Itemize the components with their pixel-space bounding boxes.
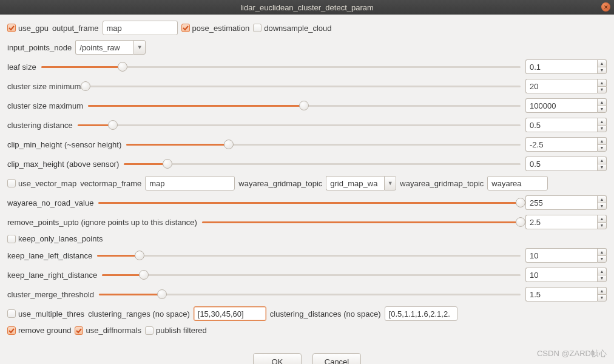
slider3-1-label: keep_lane_right_distance [7, 271, 97, 280]
slider1-2-label: cluster size maximum [7, 101, 83, 110]
slider1-2-value[interactable] [525, 98, 597, 113]
cancel-button[interactable]: Cancel [312, 353, 361, 364]
downsample-cloud-checkbox[interactable]: downsample_cloud [253, 24, 331, 33]
caret-down-icon[interactable]: ▼ [597, 144, 607, 152]
slider1-5-value[interactable] [525, 157, 597, 171]
wayarea-gridmap-topic-input[interactable] [326, 176, 384, 190]
slider1-3-value[interactable] [525, 118, 597, 132]
slider1-5-spin[interactable]: ▲▼ [525, 157, 607, 171]
keep-only-lanes-label: keep_only_lanes_points [18, 234, 103, 243]
slider2-1-spin[interactable]: ▲▼ [525, 215, 607, 229]
clustering-ranges-label: clustering_ranges (no space) [88, 309, 190, 318]
slider3-2-label: cluster_merge_threshold [7, 290, 94, 299]
slider1-2-spin[interactable]: ▲▼ [525, 98, 607, 113]
clustering-distances-input[interactable] [385, 306, 457, 321]
use-gpu-checkbox[interactable]: use_gpu [7, 24, 49, 33]
watermark: CSDN @ZARD帧心 [537, 348, 607, 359]
caret-up-icon[interactable]: ▲ [597, 118, 607, 125]
caret-down-icon[interactable]: ▼ [597, 294, 607, 302]
caret-up-icon[interactable]: ▲ [597, 157, 607, 164]
slider3-0-value[interactable] [525, 248, 597, 263]
caret-up-icon[interactable]: ▲ [597, 79, 607, 86]
vectormap-frame-input[interactable] [145, 176, 235, 190]
slider2-1-slider[interactable] [202, 217, 521, 227]
slider1-5-slider[interactable] [124, 159, 521, 169]
slider2-0-value[interactable] [525, 195, 597, 210]
slider3-0-slider[interactable] [97, 251, 521, 260]
caret-down-icon[interactable]: ▼ [597, 164, 607, 172]
input-points-combo[interactable]: ▼ [75, 40, 146, 55]
wayarea-gridmap-topic-combo[interactable]: ▼ [326, 176, 396, 190]
caret-down-icon[interactable]: ▼ [597, 125, 607, 133]
ok-button[interactable]: OK [253, 353, 302, 364]
use-gpu-label: use_gpu [18, 24, 49, 33]
remove-ground-checkbox[interactable]: remove ground [7, 326, 71, 335]
slider3-1-value[interactable] [525, 268, 597, 282]
slider2-0-label: wayarea_no_road_value [7, 198, 93, 207]
caret-up-icon[interactable]: ▲ [597, 215, 607, 222]
clustering-ranges-input[interactable] [194, 306, 266, 321]
slider1-0-label: leaf size [7, 62, 36, 72]
slider3-2-slider[interactable] [99, 289, 521, 299]
output-frame-input[interactable] [103, 21, 178, 35]
slider3-2-spin[interactable]: ▲▼ [525, 287, 607, 302]
caret-down-icon[interactable]: ▼ [597, 86, 607, 94]
slider1-1-spin[interactable]: ▲▼ [525, 79, 607, 93]
caret-up-icon[interactable]: ▲ [597, 287, 607, 294]
use-multiple-thres-label: use_multiple_thres [18, 309, 84, 318]
input-points-input[interactable] [75, 40, 133, 55]
slider1-4-slider[interactable] [126, 140, 521, 149]
slider3-1-spin[interactable]: ▲▼ [525, 268, 607, 282]
slider3-0-label: keep_lane_left_distance [7, 251, 92, 260]
caret-down-icon[interactable]: ▼ [597, 67, 607, 75]
slider1-0-spin[interactable]: ▲▼ [525, 59, 607, 74]
slider1-4-value[interactable] [525, 137, 597, 152]
caret-down-icon[interactable]: ▼ [597, 275, 607, 283]
slider2-0-slider[interactable] [98, 198, 521, 207]
pose-estimation-label: pose_estimation [192, 24, 250, 33]
slider1-1-slider[interactable] [86, 81, 521, 91]
slider1-4-spin[interactable]: ▲▼ [525, 137, 607, 152]
caret-down-icon[interactable]: ▼ [597, 106, 607, 113]
slider1-3-spin[interactable]: ▲▼ [525, 118, 607, 132]
use-diffnormals-checkbox[interactable]: use_diffnormals [75, 326, 141, 335]
output-frame-label: output_frame [52, 24, 99, 33]
caret-up-icon[interactable]: ▲ [597, 98, 607, 106]
slider1-3-label: clustering distance [7, 121, 73, 130]
wayarea-gridmap-topic2-input[interactable] [487, 176, 548, 190]
form: use_gpu output_frame pose_estimation dow… [0, 15, 614, 364]
caret-down-icon[interactable]: ▼ [597, 222, 607, 230]
use-multiple-thres-checkbox[interactable]: use_multiple_thres [7, 309, 84, 318]
slider3-2-value[interactable] [525, 287, 597, 302]
use-vector-map-checkbox[interactable]: use_vector_map [7, 179, 76, 188]
caret-up-icon[interactable]: ▲ [597, 195, 607, 203]
clustering-distances-label: clustering_distances (no space) [270, 309, 381, 318]
publish-filtered-checkbox[interactable]: publish filtered [145, 326, 207, 335]
pose-estimation-checkbox[interactable]: pose_estimation [181, 24, 250, 33]
slider1-2-slider[interactable] [88, 101, 521, 110]
slider1-0-slider[interactable] [41, 62, 521, 72]
slider1-4-label: clip_min_height (~sensor height) [7, 140, 121, 149]
slider1-1-value[interactable] [525, 79, 597, 93]
caret-up-icon[interactable]: ▲ [597, 268, 607, 275]
caret-down-icon[interactable]: ▼ [597, 203, 607, 211]
slider1-0-value[interactable] [525, 59, 597, 74]
chevron-down-icon[interactable]: ▼ [384, 176, 396, 190]
slider3-0-spin[interactable]: ▲▼ [525, 248, 607, 263]
close-icon[interactable]: ✕ [601, 2, 610, 12]
wayarea-gridmap-topic-label: wayarea_gridmap_topic [238, 179, 322, 188]
keep-only-lanes-checkbox[interactable]: keep_only_lanes_points [7, 234, 103, 243]
downsample-cloud-label: downsample_cloud [264, 24, 331, 33]
slider1-1-label: cluster size minimum [7, 82, 81, 91]
caret-up-icon[interactable]: ▲ [597, 248, 607, 255]
caret-down-icon[interactable]: ▼ [597, 255, 607, 263]
slider2-0-spin[interactable]: ▲▼ [525, 195, 607, 210]
caret-up-icon[interactable]: ▲ [597, 137, 607, 144]
caret-up-icon[interactable]: ▲ [597, 59, 607, 67]
slider2-1-value[interactable] [525, 215, 597, 229]
slider1-3-slider[interactable] [78, 120, 521, 130]
slider3-1-slider[interactable] [102, 270, 521, 280]
chevron-down-icon[interactable]: ▼ [133, 40, 146, 55]
slider1-5-label: clip_max_height (above sensor) [7, 160, 119, 169]
use-diffnormals-label: use_diffnormals [86, 326, 141, 335]
